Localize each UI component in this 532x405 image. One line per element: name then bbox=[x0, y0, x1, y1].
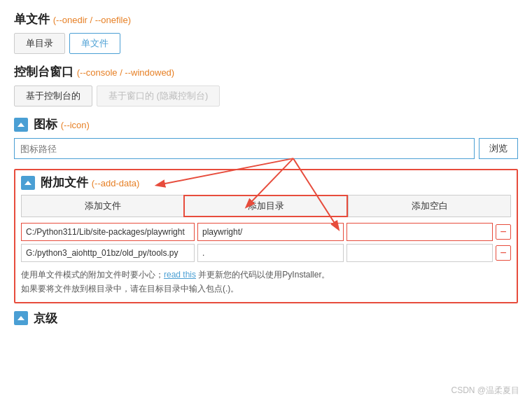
icon-collapse-btn[interactable] bbox=[14, 118, 28, 132]
chevron-up-icon-2 bbox=[24, 179, 32, 186]
console-button[interactable]: 基于控制台的 bbox=[14, 85, 92, 107]
add-data-header: 附加文件 (--add-data) bbox=[21, 174, 511, 191]
chevron-up-icon bbox=[17, 121, 25, 128]
next-section-collapse-btn[interactable] bbox=[14, 311, 28, 325]
console-label: 控制台窗口 bbox=[14, 65, 74, 78]
onedir-button[interactable]: 单目录 bbox=[14, 33, 65, 54]
data-row-1-path[interactable] bbox=[21, 223, 195, 241]
single-file-hint: (--onedir / --onefile) bbox=[53, 15, 131, 25]
next-section-label: 京级 bbox=[34, 310, 57, 327]
data-row-2-path[interactable] bbox=[21, 244, 195, 262]
single-file-title: 单文件 (--onedir / --onefile) bbox=[14, 11, 518, 27]
icon-path-input[interactable] bbox=[14, 138, 475, 159]
icon-section-label: 图标 (--icon) bbox=[34, 116, 90, 132]
svg-marker-0 bbox=[18, 123, 24, 127]
single-file-section: 单文件 (--onedir / --onefile) 单目录 单文件 bbox=[14, 11, 518, 54]
data-row-1-extra[interactable] bbox=[346, 223, 493, 241]
add-blank-button[interactable]: 添加空白 bbox=[348, 195, 511, 217]
single-file-label: 单文件 bbox=[14, 13, 50, 26]
data-row-2-remove-button[interactable]: − bbox=[496, 245, 511, 261]
add-buttons-row: 添加文件 添加目录 添加空白 bbox=[21, 195, 511, 217]
console-section: 控制台窗口 (--console / --windowed) 基于控制台的 基于… bbox=[14, 64, 518, 107]
icon-browse-button[interactable]: 浏览 bbox=[479, 138, 518, 159]
console-hint: (--console / --windowed) bbox=[77, 67, 174, 78]
data-row-2-extra[interactable] bbox=[346, 244, 493, 262]
chevron-up-icon-3 bbox=[17, 315, 25, 322]
single-file-btn-group: 单目录 单文件 bbox=[14, 33, 518, 54]
console-title: 控制台窗口 (--console / --windowed) bbox=[14, 64, 518, 80]
svg-marker-1 bbox=[24, 181, 31, 185]
icon-section: 图标 (--icon) 浏览 bbox=[14, 116, 518, 159]
svg-marker-2 bbox=[18, 316, 24, 320]
add-data-note: 使用单文件模式的附加文件时要小心；read this 并更新您的代码以使用PyI… bbox=[21, 268, 511, 296]
data-row-1: − bbox=[21, 223, 511, 241]
add-data-collapse-btn[interactable] bbox=[21, 176, 35, 190]
icon-path-row: 浏览 bbox=[14, 138, 518, 159]
icon-header: 图标 (--icon) bbox=[14, 116, 518, 132]
note-text-3: 如果要将文件放到根目录中，请在目标目录中输入包点(.)。 bbox=[21, 284, 239, 294]
add-data-label: 附加文件 (--add-data) bbox=[41, 174, 139, 191]
add-data-section: 附加文件 (--add-data) 添加文件 添加目录 添加空白 − − 使用单… bbox=[14, 169, 518, 303]
note-text-2: 并更新您的代码以使用PyInstaller。 bbox=[196, 270, 330, 280]
note-text-1: 使用单文件模式的附加文件时要小心； bbox=[21, 270, 164, 280]
add-dir-button[interactable]: 添加目录 bbox=[183, 195, 348, 217]
data-row-1-dest[interactable] bbox=[197, 223, 344, 241]
add-file-button[interactable]: 添加文件 bbox=[21, 195, 183, 217]
data-row-1-remove-button[interactable]: − bbox=[496, 224, 511, 240]
windowed-button[interactable]: 基于窗口的 (隐藏控制台) bbox=[97, 85, 220, 107]
data-row-2-dest[interactable] bbox=[197, 244, 344, 262]
note-link[interactable]: read this bbox=[164, 270, 196, 280]
console-btn-group: 基于控制台的 基于窗口的 (隐藏控制台) bbox=[14, 85, 518, 107]
next-section-header: 京级 bbox=[14, 310, 518, 327]
onefile-button[interactable]: 单文件 bbox=[69, 33, 120, 54]
data-row-2: − bbox=[21, 244, 511, 262]
